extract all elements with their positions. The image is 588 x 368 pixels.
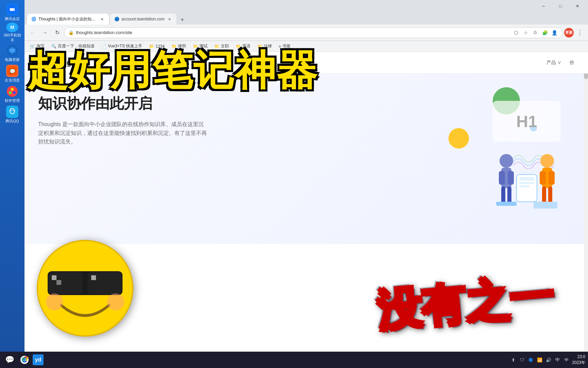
menu-button[interactable]: ⋮ [574, 27, 585, 38]
minimize-button[interactable]: ─ [536, 1, 551, 11]
svg-rect-33 [548, 186, 552, 203]
bookmark-law[interactable]: 📁 法律 [255, 43, 275, 50]
bookmark-1234[interactable]: 📁 1234 [146, 43, 167, 49]
folder4-label: 文职 [221, 43, 229, 49]
bookmarks-bar: 🛒 淘宝 🔍 百度一下，你就知道 📄 Vue3+TS 快速上手 📁 1234 📁… [24, 41, 588, 52]
browser-window: ─ □ ✕ 🌀 Thoughts | 面向中小企业的知识... ✕ 🔵 acco… [24, 0, 588, 368]
taskbar-wechat[interactable]: 💬 [3, 353, 16, 367]
folder5-label: 英语 [242, 43, 250, 49]
refresh-button[interactable]: ↻ [52, 27, 63, 38]
hero-section: 知识协作由此开启 Thoughts 是一款面向中小企业团队的在线协作知识库。成员… [24, 74, 588, 244]
svg-point-10 [13, 91, 16, 94]
sidebar-item-software[interactable]: 软件管理 [3, 85, 22, 104]
taobao-icon: 🛒 [30, 44, 35, 49]
tab-thoughts[interactable]: 🌀 Thoughts | 面向中小企业的知识... ✕ [27, 14, 109, 25]
bookmark-taobao[interactable]: 🛒 淘宝 [27, 43, 47, 50]
scrollbar[interactable] [584, 52, 588, 368]
restore-button[interactable]: □ [553, 1, 568, 11]
profile-icon[interactable]: 👤 [550, 29, 558, 37]
more-bookmarks-icon: » [279, 44, 281, 49]
logo-icon [38, 58, 48, 67]
svg-rect-27 [496, 202, 517, 206]
svg-rect-25 [501, 186, 505, 203]
svg-text:💬: 💬 [10, 68, 16, 74]
extensions-icon[interactable]: 🧩 [541, 29, 549, 37]
sidebar-item-360manager[interactable]: 🛡 电脑管家 [3, 44, 22, 63]
taskbar-shield-icon[interactable]: 🛡 [519, 356, 525, 363]
url-text: thoughts.teambition.com/site [76, 30, 510, 35]
page-content: thoughts 产品 ∨ 价 知识协作由此开启 Thoughts 是一款面向中… [24, 52, 588, 368]
nav-product[interactable]: 产品 ∨ [546, 60, 561, 66]
taskbar-right: ⬆ 🛡 🔵 📶 🔊 中 中 23:0 2023年 [510, 354, 585, 366]
taskbar-bluetooth-icon[interactable]: 🔵 [527, 356, 534, 363]
taskbar-yd[interactable]: yd [33, 354, 44, 365]
bookmark-english[interactable]: 📁 英语 [233, 43, 253, 50]
vue-icon: 📄 [101, 44, 107, 49]
folder2-icon: 📁 [172, 44, 177, 49]
svg-rect-37 [519, 182, 534, 184]
deco-circle-yellow [448, 128, 469, 149]
svg-rect-38 [519, 185, 529, 187]
forward-button[interactable]: → [39, 27, 50, 38]
taobao-label: 淘宝 [36, 43, 45, 49]
language-indicator[interactable]: 中 [554, 356, 561, 364]
url-bar[interactable]: 🔒 thoughts.teambition.com/site ⬡ ☆ G 🧩 👤 [64, 27, 563, 38]
bookmark-test[interactable]: 📁 测试 [190, 43, 210, 50]
tab1-close-icon[interactable]: ✕ [99, 16, 105, 22]
svg-rect-31 [549, 171, 555, 185]
folder3-icon: 📁 [193, 44, 198, 49]
taskbar-chrome[interactable] [18, 353, 31, 367]
svg-point-13 [10, 109, 14, 113]
sidebar-item-enterprise[interactable]: 💬 企业消息 [3, 64, 22, 83]
user-profile-button[interactable]: 更新 [564, 28, 574, 37]
star-icon[interactable]: ☆ [522, 29, 530, 37]
taskbar-volume-icon[interactable]: 🔊 [545, 356, 552, 363]
tab-bar: 🌀 Thoughts | 面向中小企业的知识... ✕ 🔵 account.te… [24, 12, 588, 25]
svg-point-20 [42, 62, 44, 64]
taskbar-wifi-icon[interactable]: 📶 [536, 356, 543, 363]
close-button[interactable]: ✕ [570, 1, 585, 11]
bookmark-vue[interactable]: 📄 Vue3+TS 快速上手 [99, 43, 145, 50]
tab2-favicon: 🔵 [114, 17, 119, 21]
back-button[interactable]: ← [27, 27, 38, 38]
bookmark-civil[interactable]: 📁 文职 [212, 43, 232, 50]
taskbar-time: 23:0 [572, 354, 585, 360]
svg-text:M: M [10, 25, 14, 30]
svg-point-7 [7, 86, 18, 97]
folder6-icon: 📁 [257, 44, 262, 49]
sidebar-item-qq[interactable]: 腾讯QQ [3, 105, 22, 124]
figure-illustration [479, 134, 574, 237]
vue-label: Vue3+TS 快速上手 [108, 43, 142, 49]
tab2-close-icon[interactable]: ✕ [167, 16, 172, 22]
bookmark-baidu[interactable]: 🔍 百度一下，你就知道 [49, 43, 97, 50]
nav-price[interactable]: 价 [570, 60, 574, 66]
site-logo[interactable]: thoughts [38, 58, 82, 67]
folder1-label: 1234 [156, 44, 165, 49]
svg-rect-30 [540, 171, 546, 185]
share-icon[interactable]: ⬡ [512, 29, 520, 37]
bookmark-more[interactable]: » 书签 [276, 43, 293, 50]
titlebar: ─ □ ✕ [24, 0, 588, 12]
windows-sidebar: 腾讯会议 M 360手机助手 🛡 电脑管家 💬 企业消息 [0, 0, 24, 368]
folder1-icon: 📁 [149, 44, 154, 49]
taskbar-clock[interactable]: 23:0 2023年 [572, 354, 585, 366]
logo-text: thoughts [50, 58, 82, 67]
translate-icon[interactable]: G [531, 29, 539, 37]
taskbar-upload-icon[interactable]: ⬆ [510, 356, 517, 363]
sidebar-item-meeting[interactable]: 腾讯会议 [3, 3, 22, 22]
tab1-label: Thoughts | 面向中小企业的知识... [38, 16, 97, 22]
new-tab-button[interactable]: + [178, 15, 187, 25]
tab-teambition[interactable]: 🔵 account.teambition.com ✕ [110, 14, 176, 25]
bookmark-lawfirm[interactable]: 📁 律所 [169, 43, 189, 50]
sidebar-item-360[interactable]: M 360手机助手 [3, 23, 22, 42]
folder5-icon: 📁 [236, 44, 241, 49]
folder3-label: 测试 [199, 43, 208, 49]
baidu-label: 百度一下，你就知道 [58, 43, 95, 49]
url-bar-icons: ⬡ ☆ G 🧩 👤 [512, 29, 558, 37]
ime-indicator[interactable]: 中 [563, 356, 570, 364]
svg-rect-34 [534, 202, 557, 209]
svg-point-8 [11, 88, 14, 91]
svg-rect-26 [507, 186, 511, 203]
window-controls: ─ □ ✕ [536, 1, 585, 11]
svg-point-17 [13, 110, 14, 111]
